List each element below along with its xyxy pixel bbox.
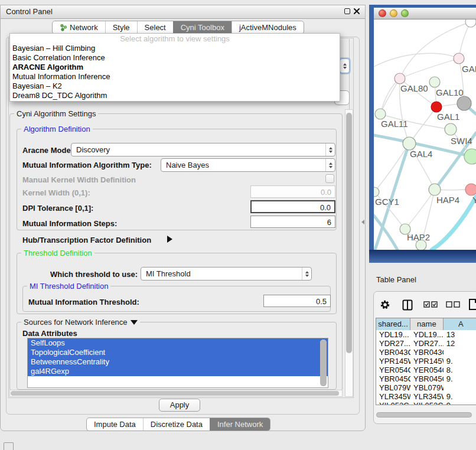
cell: YER054C (410, 366, 444, 374)
network-node[interactable] (464, 149, 476, 164)
network-canvas[interactable]: GALGAL80GAL10GAL1GAL11SWI4GAL4HAP4YGCY1H… (374, 19, 476, 250)
table-row[interactable]: YBL079WYBL079W (376, 383, 476, 392)
table-row[interactable]: YBR043CYBR043C (376, 348, 476, 357)
network-node-gal4[interactable] (403, 137, 416, 150)
column-header-name[interactable]: name (410, 318, 444, 330)
tab-discretize-data[interactable]: Discretize Data (143, 418, 210, 431)
unchecked-pair-icon[interactable] (446, 301, 461, 308)
attribute-betweennesscentrality[interactable]: BetweennessCentrality (28, 357, 328, 367)
network-node-swi4[interactable] (445, 123, 457, 135)
close-icon[interactable] (353, 8, 360, 15)
algorithm-dropdown-placeholder: Select algorithm to view settings (10, 34, 340, 44)
which-threshold-select[interactable]: MI Threshold (141, 267, 312, 281)
network-edge (459, 22, 471, 58)
tab-label: Select (145, 23, 166, 32)
network-node-y[interactable] (465, 184, 476, 195)
tab-network[interactable]: Network (53, 21, 105, 34)
table-row[interactable]: YDR27...YDR27...12 (376, 339, 476, 348)
cell: YPR145W (376, 357, 410, 366)
algorithm-option-aracne-algorithm[interactable]: ARACNE Algorithm (10, 63, 340, 72)
collapse-arrow-icon[interactable] (131, 320, 138, 325)
network-edge (374, 144, 409, 192)
mi-algorithm-type-select[interactable]: Naive Bayes (161, 158, 335, 172)
data-attributes-list[interactable]: SelfLoopsTopologicalCoefficientBetweenne… (27, 338, 328, 388)
float-window-icon[interactable] (344, 8, 350, 14)
algorithm-option-dream8-dc-tdc-algorithm[interactable]: Dream8 DC_TDC Algorithm (10, 91, 340, 100)
gear-icon[interactable] (380, 299, 390, 310)
which-threshold-value: MI Threshold (141, 269, 302, 278)
tab-cyni-toolbox[interactable]: Cyni Toolbox (173, 21, 232, 34)
attribute-selfloops[interactable]: SelfLoops (28, 338, 328, 348)
network-node-hap4[interactable] (429, 184, 441, 195)
network-node-gal[interactable] (454, 53, 464, 64)
table-row[interactable]: YDL19...YDL19...13 (376, 330, 476, 339)
aracne-mode-select[interactable]: Discovery (71, 143, 335, 156)
columns-icon[interactable] (402, 299, 413, 311)
control-panel-titlebar[interactable] (1, 5, 365, 19)
apply-button[interactable]: Apply (159, 399, 200, 412)
cell: 9. (444, 357, 476, 366)
minimized-panel-icon[interactable] (4, 442, 14, 450)
column-header-a[interactable]: A (444, 318, 476, 330)
tab-label: Impute Data (94, 420, 136, 429)
table-row[interactable]: YLR345WYLR345W9. (376, 392, 476, 401)
manual-kernel-label: Manual Kernel Width Definition (22, 175, 136, 184)
table-row[interactable]: YER054CYER054C8. (376, 366, 476, 374)
cell (444, 383, 476, 392)
expand-arrow-icon[interactable] (167, 236, 172, 243)
network-node-gal10[interactable] (429, 77, 440, 87)
algorithm-option-bayesian-k2[interactable]: Bayesian – K2 (10, 81, 340, 91)
cell: YLR345W (376, 392, 410, 401)
tab-style[interactable]: Style (105, 21, 137, 34)
node-label-gal4: GAL4 (410, 149, 432, 159)
network-node[interactable] (457, 96, 471, 110)
network-node[interactable] (465, 19, 476, 27)
cell: YBL079W (376, 383, 410, 392)
cell: YLR345W (410, 392, 444, 401)
tab-select[interactable]: Select (137, 21, 173, 34)
manual-kernel-checkbox[interactable] (325, 174, 334, 183)
column-header-shared[interactable]: shared... (376, 318, 410, 330)
attribute-topologicalcoefficient[interactable]: TopologicalCoefficient (28, 348, 328, 357)
zoom-traffic-light[interactable] (401, 9, 409, 17)
tab-jactivemnodules[interactable]: jActiveMNodules (232, 21, 304, 34)
node-label-hap4: HAP4 (436, 195, 459, 205)
table-row[interactable]: YBR045CYBR045C9. (376, 374, 476, 383)
minimize-traffic-light[interactable] (390, 9, 397, 17)
algorithm-option-basic-correlation-inference[interactable]: Basic Correlation Inference (10, 53, 340, 63)
attribute-gal4rgexp[interactable]: gal4RGexp (28, 367, 328, 376)
attributes-scrollbar[interactable] (320, 340, 327, 386)
table-row[interactable]: YPR145WYPR145W9. (376, 357, 476, 366)
focused-spinner-fragment[interactable] (340, 58, 350, 73)
tab-impute-data[interactable]: Impute Data (87, 418, 143, 431)
mi-type-label: Mutual Information Algorithm Type: (22, 161, 152, 169)
document-icon[interactable] (468, 298, 476, 311)
dpi-tolerance-field[interactable]: 0.0 (250, 200, 335, 213)
node-label-swi4: SWI4 (451, 136, 472, 146)
mi-threshold-field[interactable]: 0.5 (263, 295, 331, 307)
table-body: YDL19...YDL19...13YDR27...YDR27...12YBR0… (376, 330, 476, 405)
splitter-collapse-icon[interactable] (361, 220, 364, 224)
tab-infer-network[interactable]: Infer Network (210, 418, 270, 431)
data-attributes-label: Data Attributes (22, 329, 77, 338)
network-window-titlebar[interactable] (374, 8, 476, 19)
combo-arrows-icon (325, 159, 335, 171)
mi-steps-field[interactable]: 6 (250, 216, 335, 228)
network-node-gcy1[interactable] (374, 187, 379, 197)
settings-horizontal-scrollbar-thumb[interactable] (11, 391, 339, 396)
attributes-scrollbar-thumb[interactable] (320, 340, 327, 386)
settings-vertical-scrollbar-thumb[interactable] (346, 113, 352, 353)
checked-pair-icon[interactable] (423, 301, 438, 308)
tab-label: Infer Network (217, 420, 263, 429)
network-node-gal1[interactable] (431, 102, 442, 112)
network-node-gal11[interactable] (375, 109, 386, 119)
table-row[interactable]: YIL052CYIL052C9. (376, 401, 476, 405)
cell: YDR27... (376, 339, 410, 348)
algorithm-option-bayesian-hill-climbing[interactable]: Bayesian – Hill Climbing (10, 44, 340, 53)
table-horizontal-scrollbar-thumb[interactable] (376, 412, 472, 418)
close-traffic-light[interactable] (379, 9, 386, 17)
mi-threshold-label: Mutual Information Threshold: (28, 298, 139, 306)
network-node-gal80[interactable] (395, 73, 405, 84)
spinner-down-icon (343, 67, 347, 69)
algorithm-option-mutual-information-inference[interactable]: Mutual Information Inference (10, 72, 340, 81)
